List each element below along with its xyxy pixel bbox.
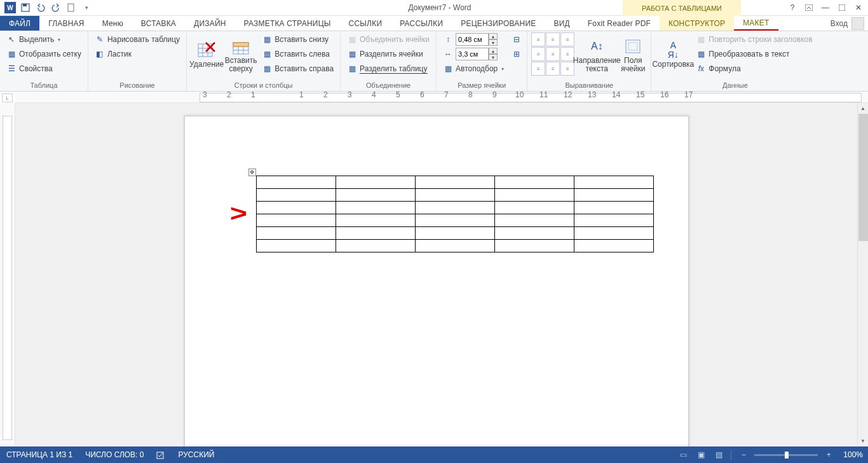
tab-view[interactable]: ВИД xyxy=(545,16,578,31)
ruler-corner[interactable]: L xyxy=(2,93,13,102)
formula-button[interactable]: fxФормула xyxy=(693,62,815,76)
tab-constructor[interactable]: КОНСТРУКТОР xyxy=(660,16,734,31)
table-row[interactable] xyxy=(257,176,654,189)
qat-customize-icon[interactable]: ▾ xyxy=(79,1,94,15)
height-down-icon[interactable]: ▼ xyxy=(489,39,498,46)
convert-to-text-button[interactable]: ▦Преобразовать в текст xyxy=(693,47,815,61)
align-tc-button[interactable]: ≡ xyxy=(546,32,560,46)
view-web-icon[interactable]: ▤ xyxy=(712,448,726,461)
save-icon[interactable] xyxy=(18,1,33,15)
width-up-icon[interactable]: ▲ xyxy=(489,48,498,54)
document-table[interactable] xyxy=(256,176,654,252)
table-row[interactable] xyxy=(257,227,654,240)
table-row[interactable] xyxy=(257,214,654,227)
align-bl-button[interactable]: ≡ xyxy=(531,62,545,76)
svg-text:5: 5 xyxy=(396,92,400,99)
insert-below-button[interactable]: ▦Вставить снизу xyxy=(259,32,336,46)
ribbon-group-rowscols: Удаление Вставить сверху ▦Вставить снизу… xyxy=(187,31,341,91)
zoom-thumb[interactable] xyxy=(785,452,789,459)
status-words[interactable]: ЧИСЛО СЛОВ: 0 xyxy=(79,450,150,459)
eraser-icon: ◧ xyxy=(95,49,105,59)
tab-page-layout[interactable]: РАЗМЕТКА СТРАНИЦЫ xyxy=(235,16,340,31)
status-page[interactable]: СТРАНИЦА 1 ИЗ 1 xyxy=(0,450,79,459)
redo-icon[interactable] xyxy=(48,1,64,15)
tab-references[interactable]: ССЫЛКИ xyxy=(340,16,391,31)
delete-button[interactable]: Удаление xyxy=(191,32,222,77)
contextual-tab-title: РАБОТА С ТАБЛИЦАМИ xyxy=(623,0,741,16)
zoom-slider[interactable] xyxy=(754,454,818,456)
align-tr-button[interactable]: ≡ xyxy=(560,32,574,46)
align-mc-button[interactable]: ≡ xyxy=(546,47,560,61)
maximize-icon[interactable] xyxy=(835,1,849,15)
tab-menu[interactable]: Меню xyxy=(93,16,132,31)
vertical-scrollbar[interactable]: ▲ ▼ xyxy=(857,103,868,446)
table-row[interactable] xyxy=(257,202,654,214)
repeat-header-button[interactable]: ▦Повторить строки заголовков xyxy=(693,32,815,46)
tab-insert[interactable]: ВСТАВКА xyxy=(132,16,185,31)
minimize-icon[interactable]: — xyxy=(818,1,832,15)
svg-rect-4 xyxy=(839,4,845,11)
height-up-icon[interactable]: ▲ xyxy=(489,33,498,39)
svg-text:12: 12 xyxy=(564,92,573,99)
scroll-down-icon[interactable]: ▼ xyxy=(858,436,868,446)
autofit-icon: ▦ xyxy=(443,64,453,74)
ribbon-display-icon[interactable] xyxy=(802,1,816,15)
align-tl-button[interactable]: ≡ xyxy=(531,32,545,46)
table-row[interactable] xyxy=(257,240,654,252)
tab-file[interactable]: ФАЙЛ xyxy=(0,16,39,31)
insert-above-button[interactable]: Вставить сверху xyxy=(225,32,257,77)
tab-layout[interactable]: МАКЕТ xyxy=(734,16,778,31)
autofit-button[interactable]: ▦Автоподбор▾ xyxy=(440,62,506,76)
view-gridlines-button[interactable]: ▦Отобразить сетку xyxy=(4,47,84,61)
scroll-thumb[interactable] xyxy=(858,114,868,241)
tab-review[interactable]: РЕЦЕНЗИРОВАНИЕ xyxy=(452,16,545,31)
svg-text:10: 10 xyxy=(515,92,524,99)
status-language[interactable]: РУССКИЙ xyxy=(172,450,220,459)
width-down-icon[interactable]: ▼ xyxy=(489,54,498,60)
align-ml-button[interactable]: ≡ xyxy=(531,47,545,61)
split-cells-button[interactable]: ▦Разделить ячейки xyxy=(344,47,432,61)
undo-icon[interactable] xyxy=(33,1,48,15)
help-icon[interactable]: ? xyxy=(785,1,799,15)
zoom-in-icon[interactable]: + xyxy=(822,448,836,461)
document-page[interactable]: ✥ > xyxy=(184,116,689,446)
group-label-table: Таблица xyxy=(4,80,84,91)
table-row[interactable] xyxy=(257,189,654,202)
distribute-rows-button[interactable]: ⊟ xyxy=(510,32,523,46)
svg-text:11: 11 xyxy=(539,92,548,99)
row-height-input[interactable] xyxy=(456,33,489,46)
insert-left-button[interactable]: ▦Вставить слева xyxy=(259,47,336,61)
new-doc-icon[interactable] xyxy=(64,1,79,15)
signin-label[interactable]: Вход xyxy=(831,19,848,28)
scroll-up-icon[interactable]: ▲ xyxy=(858,103,868,114)
tab-home[interactable]: ГЛАВНАЯ xyxy=(39,16,93,31)
text-direction-button[interactable]: A↕ Направление текста xyxy=(577,32,616,77)
align-bc-button[interactable]: ≡ xyxy=(546,62,560,76)
view-read-icon[interactable]: ▭ xyxy=(676,448,690,461)
svg-text:9: 9 xyxy=(492,92,497,99)
horizontal-ruler[interactable]: 321 1234567891011121314151617 xyxy=(15,92,868,103)
table-move-handle-icon[interactable]: ✥ xyxy=(248,169,256,176)
merge-cells-button[interactable]: ▦Объединить ячейки xyxy=(344,32,432,46)
select-button[interactable]: ↖Выделить▾ xyxy=(4,32,84,46)
avatar-icon[interactable] xyxy=(851,17,864,30)
draw-table-button[interactable]: ✎Нарисовать таблицу xyxy=(92,32,182,46)
view-print-icon[interactable]: ▣ xyxy=(694,448,708,461)
cell-margins-button[interactable]: Поля ячейки xyxy=(619,32,647,77)
zoom-out-icon[interactable]: − xyxy=(736,448,750,461)
vertical-ruler[interactable] xyxy=(0,103,15,446)
properties-button[interactable]: ☰Свойства xyxy=(4,62,84,76)
svg-text:15: 15 xyxy=(636,92,645,99)
status-proofing-icon[interactable] xyxy=(150,450,172,459)
tab-foxit[interactable]: Foxit Reader PDF xyxy=(579,16,660,31)
distribute-cols-button[interactable]: ⊞ xyxy=(510,47,523,61)
close-icon[interactable]: ✕ xyxy=(851,1,865,15)
tab-mailings[interactable]: РАССЫЛКИ xyxy=(391,16,452,31)
sort-button[interactable]: АЯ↓ Сортировка xyxy=(655,32,691,77)
tab-design[interactable]: ДИЗАЙН xyxy=(185,16,235,31)
col-width-input[interactable] xyxy=(456,48,489,60)
zoom-level[interactable]: 100% xyxy=(843,450,863,459)
split-table-button[interactable]: ▦Разделить таблицу xyxy=(344,62,432,76)
eraser-button[interactable]: ◧Ластик xyxy=(92,47,182,61)
insert-right-button[interactable]: ▦Вставить справа xyxy=(259,62,336,76)
